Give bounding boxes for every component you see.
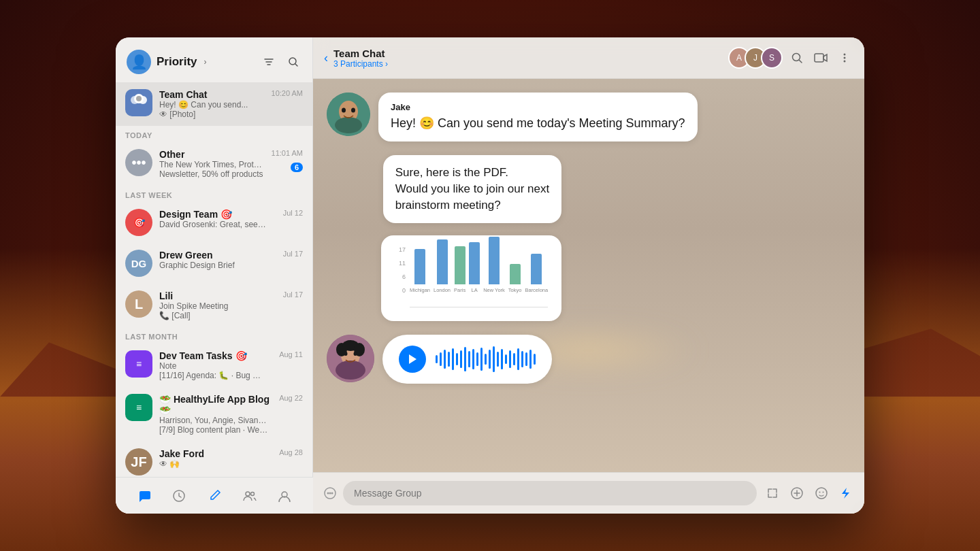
svg-point-12 [844, 57, 846, 59]
svg-point-4 [136, 96, 142, 101]
message-julia [327, 335, 851, 384]
conv-name-lili: Lili [159, 290, 276, 301]
conv-name: Team Chat [159, 89, 265, 100]
chat-messages: Jake Hey! 😊 Can you send me today's Meet… [313, 79, 864, 472]
expand-icon [766, 487, 779, 499]
sidebar-header: 👤 Priority › [116, 37, 312, 82]
svg-point-13 [844, 61, 846, 63]
video-icon [814, 52, 828, 64]
sidebar: 👤 Priority › [116, 37, 313, 514]
conv-time-other: 11:01 AM [272, 149, 303, 157]
chart-bars: Michigan London [410, 246, 548, 307]
bar-la: LA [469, 242, 480, 293]
conv-name-drew-green: Drew Green [159, 250, 276, 261]
emoji-button[interactable] [813, 484, 830, 502]
conv-time-healthylife: Aug 22 [279, 394, 303, 402]
conv-avatar-other: ••• [125, 149, 152, 176]
nav-compose-button[interactable] [201, 483, 227, 509]
nav-contacts-button[interactable] [272, 483, 297, 509]
play-icon [408, 354, 417, 365]
back-button[interactable]: ‹ [324, 48, 333, 68]
bar-barcelona: Barcelona [525, 254, 548, 293]
jake-message-bubble: Jake Hey! 😊 Can you send me today's Meet… [378, 93, 698, 141]
nav-community-button[interactable] [237, 483, 263, 509]
jake-message-text: Hey! 😊 Can you send me today's Meeting S… [391, 115, 685, 132]
chat-title: Team Chat [333, 48, 728, 59]
conv-name-jake-ford: Jake Ford [159, 448, 272, 459]
conv-time-design-team: Jul 12 [283, 209, 303, 217]
add-button[interactable] [788, 484, 806, 502]
julia-avatar [327, 335, 374, 382]
section-label-lastmonth: LAST MONTH [116, 327, 312, 344]
svg-point-30 [329, 492, 331, 495]
svg-point-35 [823, 492, 824, 493]
emoji-icon [815, 487, 828, 499]
conv-time-jake-ford: Aug 28 [279, 448, 303, 456]
conv-avatar-team-chat [125, 89, 152, 116]
voice-play-button[interactable] [399, 346, 426, 373]
conv-item-drew-green[interactable]: DG Drew Green Graphic Design Brief Jul 1… [116, 243, 312, 284]
conv-item-lili[interactable]: L Lili Join Spike Meeting 📞 [Call] Jul 1… [116, 284, 312, 327]
bar-michigan: Michigan [410, 249, 430, 293]
conv-name-dev-team: Dev Team Tasks 🎯 [159, 350, 272, 361]
sidebar-title: Priority [157, 55, 197, 69]
svg-point-11 [844, 54, 846, 56]
bar-tokyo: Tokyo [508, 264, 522, 293]
bar-newyork: New York [483, 237, 505, 293]
svg-point-6 [246, 492, 250, 496]
svg-point-29 [327, 492, 329, 495]
clock-icon [172, 488, 186, 503]
chat-header: ‹ Team Chat 3 Participants › A J S [313, 37, 864, 79]
conv-avatar-lili: L [125, 290, 152, 318]
message-dot-icon [324, 487, 336, 499]
more-icon [838, 52, 851, 64]
conv-time-drew-green: Jul 17 [283, 250, 303, 258]
conv-item-jake-ford[interactable]: JF Jake Ford 👁 🙌 Aug 28 [116, 441, 312, 482]
search-button[interactable] [285, 54, 301, 70]
search-icon [791, 52, 803, 64]
filter-button[interactable] [261, 54, 277, 70]
svg-point-9 [793, 54, 800, 61]
svg-marker-27 [409, 354, 416, 364]
nav-clock-button[interactable] [166, 483, 192, 509]
svg-point-33 [816, 488, 827, 499]
svg-rect-10 [815, 54, 823, 62]
conv-avatar-drew-green: DG [125, 250, 152, 277]
voice-waveform [436, 346, 536, 373]
conversation-list: Team Chat Hey! 😊 Can you send... 👁 [Phot… [116, 82, 312, 514]
chat-search-button[interactable] [788, 49, 806, 67]
sidebar-nav [116, 477, 313, 514]
chat-more-button[interactable] [836, 49, 853, 67]
chart-y-axis: 17 11 6 0 [395, 246, 406, 307]
conv-time-dev-team: Aug 11 [279, 350, 303, 358]
conv-item-other[interactable]: ••• Other The New York Times, Protein Sa… [116, 142, 312, 186]
participant-avatars: A J S [728, 47, 783, 69]
lightning-icon [840, 487, 851, 499]
conv-name-design-team: Design Team 🎯 [159, 209, 276, 220]
app-window: 👤 Priority › [116, 37, 864, 514]
chat-video-button[interactable] [811, 49, 830, 67]
chart-container: 17 11 6 0 Michig [381, 235, 561, 321]
svg-point-17 [342, 108, 346, 113]
conv-name-other: Other [159, 149, 265, 160]
conv-avatar-jake-ford: JF [125, 448, 152, 475]
nav-chat-button[interactable] [131, 483, 157, 509]
filter-icon [263, 56, 274, 67]
participant-avatar-3: S [761, 47, 783, 69]
plus-icon [791, 487, 803, 499]
conv-item-team-chat[interactable]: Team Chat Hey! 😊 Can you send... 👁 [Phot… [116, 82, 312, 126]
conv-item-design-team[interactable]: 🎯 Design Team 🎯 David Grosenki: Great, s… [116, 202, 312, 243]
conv-name-healthylife: 🥗 HealthyLife App Blog 🥗 [159, 394, 272, 416]
jake-sender-name: Jake [391, 102, 685, 112]
expand-button[interactable] [764, 484, 781, 502]
message-input[interactable] [343, 481, 757, 505]
outgoing-message-bubble: Sure, here is the PDF.Would you like to … [383, 155, 561, 222]
conv-item-dev-team[interactable]: ≡ Dev Team Tasks 🎯 Note [11/16] Agenda: … [116, 344, 312, 387]
message-jake: Jake Hey! 😊 Can you send me today's Meet… [327, 93, 851, 141]
svg-point-34 [819, 492, 821, 493]
conv-time-lili: Jul 17 [283, 290, 303, 299]
conv-item-healthylife[interactable]: ≡ 🥗 HealthyLife App Blog 🥗 Harrison, You… [116, 387, 312, 441]
svg-point-26 [354, 343, 365, 356]
voice-message-bubble [382, 335, 552, 384]
lightning-button[interactable] [837, 484, 853, 502]
